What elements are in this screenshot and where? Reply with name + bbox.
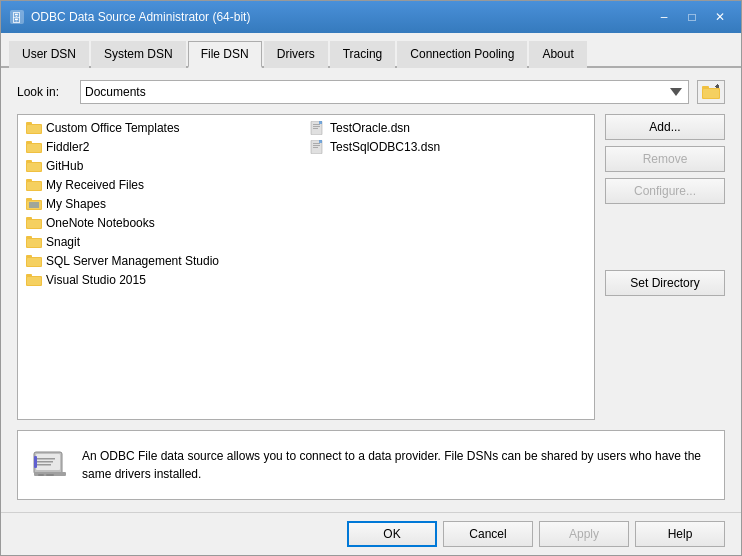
item-label: SQL Server Management Studio (46, 254, 219, 268)
list-item[interactable]: My Received Files (22, 176, 306, 194)
list-item[interactable]: Snagit (22, 233, 306, 251)
svg-rect-51 (34, 456, 37, 468)
tab-tracing[interactable]: Tracing (330, 41, 396, 68)
svg-rect-45 (319, 140, 322, 143)
info-panel: An ODBC File data source allows you to c… (17, 430, 725, 500)
list-item[interactable]: My Shapes (22, 195, 306, 213)
item-label: Visual Studio 2015 (46, 273, 146, 287)
svg-rect-40 (319, 121, 322, 124)
svg-rect-32 (27, 258, 41, 266)
svg-rect-49 (38, 474, 44, 476)
item-label: My Shapes (46, 197, 106, 211)
svg-rect-34 (26, 274, 32, 277)
tab-user-dsn[interactable]: User DSN (9, 41, 89, 68)
svg-rect-19 (27, 182, 41, 190)
item-label: OneNote Notebooks (46, 216, 155, 230)
apply-button[interactable]: Apply (539, 521, 629, 547)
folder-icon (26, 140, 42, 154)
tab-about[interactable]: About (529, 41, 586, 68)
list-item[interactable]: Visual Studio 2015 (22, 271, 306, 289)
folder-browse-icon (702, 84, 720, 100)
folder-special-icon (26, 197, 42, 211)
svg-rect-7 (715, 86, 719, 87)
svg-rect-44 (313, 147, 318, 148)
dsn-file-icon (310, 140, 326, 154)
add-button[interactable]: Add... (605, 114, 725, 140)
item-label: GitHub (46, 159, 83, 173)
info-icon (30, 444, 70, 487)
info-description: An ODBC File data source allows you to c… (82, 447, 712, 483)
main-window: 🗄 ODBC Data Source Administrator (64-bit… (0, 0, 742, 556)
svg-rect-10 (27, 125, 41, 133)
cancel-button[interactable]: Cancel (443, 521, 533, 547)
svg-rect-26 (27, 220, 41, 228)
svg-rect-43 (313, 145, 320, 146)
right-button-panel: Add... Remove Configure... Set Directory (605, 114, 725, 420)
svg-rect-12 (26, 141, 32, 144)
browse-folder-button[interactable] (697, 80, 725, 104)
svg-rect-9 (26, 122, 32, 125)
svg-rect-18 (26, 179, 32, 182)
list-item[interactable]: TestSqlODBC13.dsn (306, 138, 590, 156)
tab-file-dsn[interactable]: File DSN (188, 41, 262, 68)
remove-button[interactable]: Remove (605, 146, 725, 172)
folder-icon (26, 159, 42, 173)
svg-rect-52 (37, 458, 55, 460)
svg-rect-31 (26, 255, 32, 258)
list-item[interactable]: OneNote Notebooks (22, 214, 306, 232)
folder-icon (26, 235, 42, 249)
look-in-row: Look in: Documents (17, 80, 725, 104)
svg-rect-35 (27, 277, 41, 285)
tab-connection-pooling[interactable]: Connection Pooling (397, 41, 527, 68)
item-label: TestSqlODBC13.dsn (330, 140, 440, 154)
svg-rect-21 (26, 198, 32, 201)
set-directory-button[interactable]: Set Directory (605, 270, 725, 296)
folder-icon (26, 254, 42, 268)
tab-bar: User DSN System DSN File DSN Drivers Tra… (1, 33, 741, 68)
tab-system-dsn[interactable]: System DSN (91, 41, 186, 68)
file-list-columns: Custom Office Templates Fiddler2 (22, 119, 590, 289)
list-item[interactable]: TestOracle.dsn (306, 119, 590, 137)
main-area: Custom Office Templates Fiddler2 (17, 114, 725, 420)
list-item[interactable]: Custom Office Templates (22, 119, 306, 137)
window-controls: – □ ✕ (651, 7, 733, 27)
svg-rect-53 (37, 461, 53, 463)
file-column-2: TestOracle.dsn TestSqlODBC13.dsn (306, 119, 590, 289)
svg-rect-23 (29, 202, 39, 208)
svg-rect-25 (26, 217, 32, 220)
item-label: Custom Office Templates (46, 121, 180, 135)
title-bar: 🗄 ODBC Data Source Administrator (64-bit… (1, 1, 741, 33)
list-item[interactable]: Fiddler2 (22, 138, 306, 156)
tab-drivers[interactable]: Drivers (264, 41, 328, 68)
svg-rect-15 (26, 160, 32, 163)
list-item[interactable]: SQL Server Management Studio (22, 252, 306, 270)
configure-button[interactable]: Configure... (605, 178, 725, 204)
minimize-button[interactable]: – (651, 7, 677, 27)
svg-rect-37 (313, 124, 320, 125)
item-label: My Received Files (46, 178, 144, 192)
svg-rect-54 (37, 464, 51, 466)
file-list-panel[interactable]: Custom Office Templates Fiddler2 (17, 114, 595, 420)
item-label: TestOracle.dsn (330, 121, 410, 135)
look-in-label: Look in: (17, 85, 72, 99)
folder-icon (26, 121, 42, 135)
maximize-button[interactable]: □ (679, 7, 705, 27)
svg-rect-13 (27, 144, 41, 152)
tab-content: Look in: Documents (1, 68, 741, 512)
svg-rect-4 (703, 89, 719, 98)
svg-rect-16 (27, 163, 41, 171)
folder-icon (26, 273, 42, 287)
svg-rect-42 (313, 143, 320, 144)
svg-text:🗄: 🗄 (11, 12, 22, 24)
svg-rect-39 (313, 128, 318, 129)
window-title: ODBC Data Source Administrator (64-bit) (31, 10, 651, 24)
svg-rect-38 (313, 126, 320, 127)
close-button[interactable]: ✕ (707, 7, 733, 27)
folder-icon (26, 178, 42, 192)
look-in-dropdown[interactable]: Documents (80, 80, 689, 104)
item-label: Snagit (46, 235, 80, 249)
bottom-button-bar: OK Cancel Apply Help (1, 512, 741, 555)
list-item[interactable]: GitHub (22, 157, 306, 175)
help-button[interactable]: Help (635, 521, 725, 547)
ok-button[interactable]: OK (347, 521, 437, 547)
